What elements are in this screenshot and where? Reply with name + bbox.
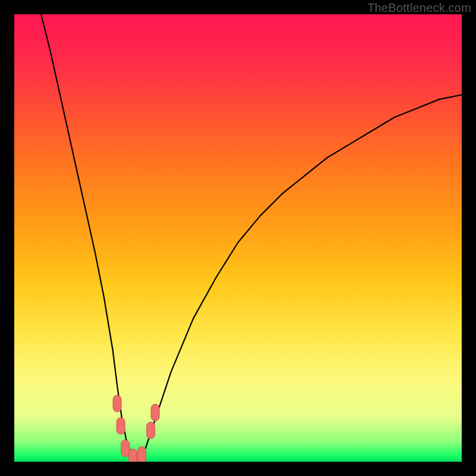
marker-pill bbox=[146, 422, 155, 439]
marker-pill bbox=[151, 404, 159, 421]
marker-pill bbox=[137, 447, 146, 462]
bottleneck-chart bbox=[14, 14, 462, 462]
plot-area bbox=[14, 14, 462, 462]
chart-frame: TheBottleneck.com bbox=[0, 0, 476, 476]
marker-pill bbox=[129, 449, 137, 462]
marker-pill bbox=[117, 418, 125, 434]
watermark-text: TheBottleneck.com bbox=[367, 1, 471, 15]
marker-pill bbox=[113, 395, 121, 412]
gradient-background bbox=[14, 14, 462, 462]
marker-pill bbox=[121, 440, 130, 456]
